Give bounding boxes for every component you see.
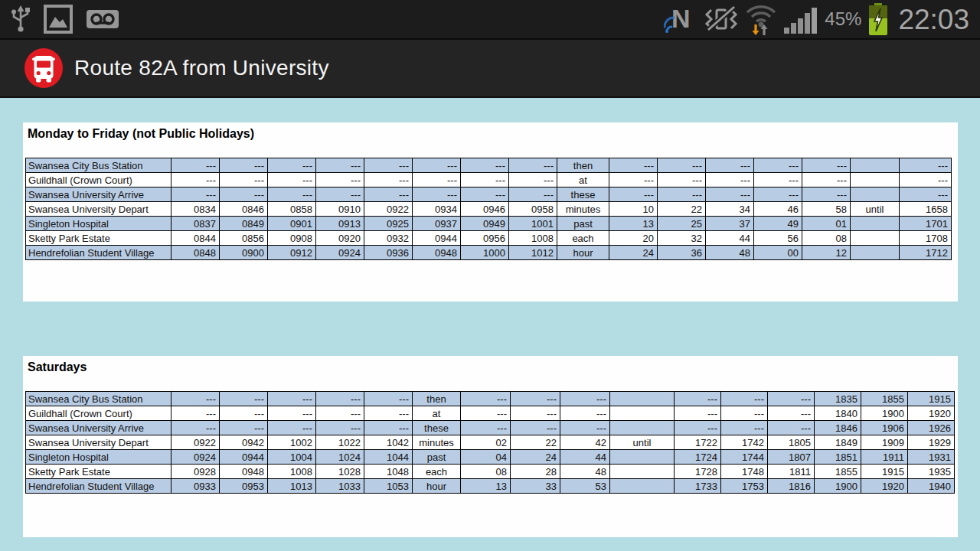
time-cell: 1920 [908,406,955,421]
time-cell: 42 [560,435,610,450]
time-cell [610,406,675,421]
time-cell: 1708 [900,231,952,246]
time-cell: --- [560,392,610,406]
time-cell: then [557,158,609,173]
time-cell: 0932 [364,231,413,246]
time-cell [610,421,675,435]
time-cell: 0936 [364,246,413,260]
signal-strength-icon [783,5,818,34]
time-cell: --- [268,187,316,202]
time-cell: 1900 [861,406,908,421]
time-cell: 1911 [861,450,908,465]
time-cell: 08 [802,231,851,246]
time-cell: --- [172,187,220,202]
time-cell: 1028 [316,465,364,479]
table-row: Sketty Park Estate09280948100810281048ea… [26,465,955,479]
time-cell: 36 [658,246,706,260]
time-cell: 0958 [509,202,557,217]
time-cell: at [557,173,609,187]
time-cell: 0834 [172,202,220,217]
table-row: Guildhall (Crown Court)-----------------… [26,173,952,187]
time-cell: 1048 [364,465,413,479]
time-cell: 1816 [768,479,815,494]
time-cell: 0946 [461,202,509,217]
time-cell: --- [364,158,413,173]
clock: 22:03 [898,5,969,34]
time-cell: --- [364,406,413,421]
time-cell: --- [658,158,706,173]
table-row: Swansea University Depart083408460858091… [26,202,952,217]
table-row: Swansea City Bus Station----------------… [26,158,952,173]
time-cell [851,231,900,246]
time-cell: hour [557,246,609,260]
time-cell: 1935 [908,465,955,479]
time-cell: 1002 [268,435,316,450]
time-cell: 0908 [268,231,316,246]
time-cell [851,187,900,202]
stop-name-cell: Singleton Hospital [26,217,172,231]
time-cell: 0948 [220,465,268,479]
time-cell: 1851 [815,450,861,465]
time-cell: until [610,435,675,450]
time-cell [851,217,900,231]
time-cell: 0953 [220,479,268,494]
time-cell: 32 [658,231,706,246]
time-cell: 1033 [316,479,364,494]
time-cell: --- [754,187,802,202]
time-cell: 02 [461,435,511,450]
table-row: Singleton Hospital0837084909010913092509… [26,217,952,231]
time-cell: 1906 [861,421,908,435]
table-row: Swansea City Bus Station---------------t… [26,392,955,406]
timetable-content[interactable]: Monday to Friday (not Public Holidays) S… [0,99,980,551]
time-cell [851,158,900,173]
time-cell: --- [268,392,316,406]
time-cell: --- [609,187,658,202]
time-cell: --- [675,392,721,406]
time-cell: --- [316,158,364,173]
time-cell: 1855 [861,392,908,406]
time-cell: 22 [511,435,560,450]
time-cell: 0920 [316,231,364,246]
time-cell: 1024 [316,450,364,465]
stop-name-cell: Swansea City Bus Station [26,158,172,173]
saturday-timetable-panel[interactable]: Saturdays Swansea City Bus Station------… [23,356,958,537]
time-cell: --- [461,392,511,406]
time-cell: --- [364,187,413,202]
saturday-table-title: Saturdays [28,360,87,374]
time-cell: 1748 [721,465,768,479]
time-cell: these [557,187,609,202]
time-cell: 28 [511,465,560,479]
time-cell: 0922 [172,435,220,450]
time-cell: 0844 [172,231,220,246]
time-cell: --- [268,421,316,435]
time-cell: --- [511,421,560,435]
time-cell: 44 [706,231,754,246]
time-cell: 20 [609,231,658,246]
time-cell: 12 [802,246,851,260]
time-cell: --- [316,392,364,406]
time-cell: --- [511,406,560,421]
time-cell: --- [706,158,754,173]
table-row: Hendrefolian Student Village093309531013… [26,479,955,494]
time-cell: 1940 [908,479,955,494]
time-cell: --- [220,158,268,173]
time-cell: 0901 [268,217,316,231]
weekday-timetable-panel[interactable]: Monday to Friday (not Public Holidays) S… [23,122,958,302]
table-row: Hendrefolian Student Village084809000912… [26,246,952,260]
time-cell [610,479,675,494]
time-cell: 34 [706,202,754,217]
time-cell: 0848 [172,246,220,260]
time-cell: these [413,421,461,435]
time-cell: --- [316,187,364,202]
time-cell: 1012 [509,246,557,260]
time-cell: 0846 [220,202,268,217]
voicemail-icon [86,4,119,34]
time-cell: 01 [802,217,851,231]
weekday-table-title: Monday to Friday (not Public Holidays) [28,127,254,141]
time-cell: --- [721,421,768,435]
time-cell: --- [706,187,754,202]
time-cell: 0944 [413,231,461,246]
time-cell: --- [220,392,268,406]
time-cell: 46 [754,202,802,217]
time-cell: 1000 [461,246,509,260]
